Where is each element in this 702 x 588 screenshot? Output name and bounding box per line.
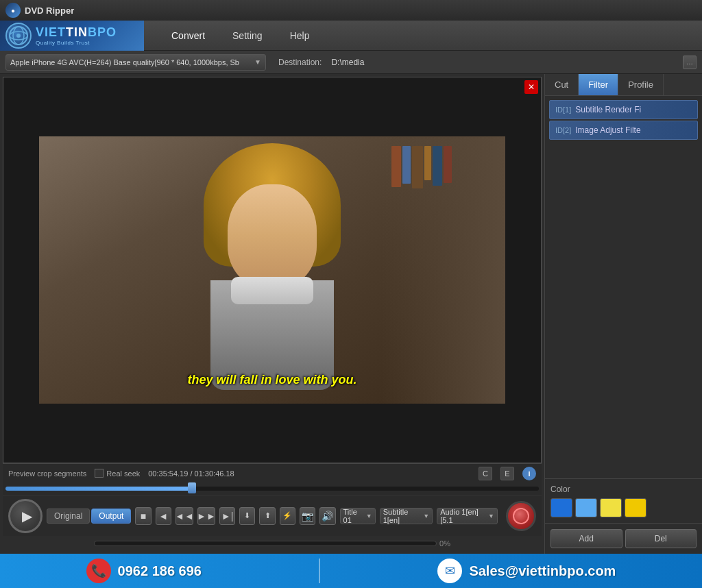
audio-dropdown[interactable]: Audio 1[en] [5.1 ▼ [437, 508, 498, 524]
title-bar-app-name: DVD Ripper [25, 5, 74, 16]
del-button[interactable]: Del [625, 529, 697, 548]
next-frame-button[interactable]: ►| [219, 507, 235, 525]
title-dropdown-arrow: ▼ [366, 513, 372, 519]
tab-filter[interactable]: Filter [579, 74, 618, 95]
original-view-button[interactable]: Original [47, 509, 90, 524]
video-scene: they will fall in love with you. [39, 136, 505, 404]
volume-button[interactable]: 🔊 [319, 507, 335, 525]
subtitle-bar: they will fall in love with you. [39, 370, 505, 390]
progress-track[interactable] [5, 487, 539, 491]
brand-tagline: Quality Builds Trust [36, 40, 117, 46]
progress-thumb[interactable] [188, 482, 196, 493]
settings-bar: Apple iPhone 4G AVC(H=264) Base quality[… [0, 51, 702, 74]
color-swatches [550, 498, 697, 517]
profile-dropdown-arrow: ▼ [254, 58, 261, 66]
conversion-progress-area: 0% [3, 536, 542, 551]
screenshot-button[interactable]: 📷 [300, 507, 315, 525]
fast-forward-button[interactable]: ►► [197, 507, 215, 525]
brand-name: VIETTINBPO [36, 25, 117, 40]
tab-profile[interactable]: Profile [618, 74, 664, 95]
video-thumbnail: they will fall in love with you. [39, 136, 505, 404]
real-seek-checkbox[interactable]: Real seek [95, 469, 140, 478]
email-contact: ✉ Sales@viettinbpo.com [437, 559, 616, 583]
subtitle-dropdown-arrow: ▼ [423, 513, 429, 519]
phone-number[interactable]: 0962 186 696 [118, 563, 202, 579]
timecode-display: 00:35:54.19 / 01:30:46.18 [148, 469, 234, 478]
play-icon: ▶ [22, 508, 32, 524]
output-view-button[interactable]: Output [91, 509, 131, 524]
destination-browse-button[interactable]: … [683, 56, 697, 69]
brand-name-area: VIETTINBPO Quality Builds Trust [36, 25, 117, 46]
mark-out-button[interactable]: ⬆ [259, 507, 275, 525]
menu-item-help[interactable]: Help [276, 21, 324, 50]
stop-button[interactable]: ■ [135, 507, 151, 525]
audio-value: Audio 1[en] [5.1 [440, 508, 486, 524]
right-tabs: Cut Filter Profile [545, 74, 702, 96]
info-button[interactable]: i [522, 467, 536, 480]
phone-icon: 📞 [86, 559, 111, 583]
brand-icon [5, 23, 32, 49]
mark-in-button[interactable]: ⬇ [239, 507, 255, 525]
right-buttons: Add Del [545, 523, 702, 554]
video-area-wrapper: ✕ [3, 77, 542, 551]
menu-item-setting[interactable]: Setting [219, 21, 276, 50]
title-value: Title 01 [343, 508, 364, 524]
menu-bar: VIETTINBPO Quality Builds Trust Convert … [0, 21, 702, 51]
video-close-button[interactable]: ✕ [524, 80, 538, 94]
filter-item-2-name: Image Adjust Filte [575, 125, 640, 135]
preview-crop-label: Preview crop segments [8, 469, 86, 478]
filter-item-1-name: Subtitle Render Fi [575, 105, 641, 114]
left-panel: ✕ [0, 74, 544, 554]
conversion-progress-bar [94, 541, 437, 546]
audio-dropdown-arrow: ▼ [488, 513, 494, 519]
color-swatch-2[interactable] [575, 498, 597, 517]
conversion-progress-label: 0% [439, 539, 450, 548]
title-logo-icon: ● [5, 3, 21, 18]
real-seek-label: Real seek [106, 469, 140, 478]
filter-item-2-id: ID[2] [555, 126, 571, 134]
play-button[interactable]: ▶ [8, 499, 43, 533]
filter-item-1[interactable]: ID[1] Subtitle Render Fi [549, 100, 698, 119]
controls-bar: ▶ Original Output ■ ◄ ◄◄ ►► ►| ⬇ ⬆ ⚡ 📷 🔊… [3, 495, 542, 536]
title-bar: ● DVD Ripper [0, 0, 702, 21]
capture-button[interactable]: ⚡ [280, 507, 295, 525]
email-address[interactable]: Sales@viettinbpo.com [469, 563, 616, 579]
scrubber-area[interactable] [3, 482, 542, 495]
settings-wheel-button[interactable] [506, 501, 536, 531]
filter-list: ID[1] Subtitle Render Fi ID[2] Image Adj… [545, 96, 702, 478]
wheel-inner [513, 508, 529, 524]
subtitle-dropdown[interactable]: Subtitle 1[en] ▼ [380, 508, 433, 524]
color-swatch-4[interactable] [625, 498, 646, 517]
destination-value: D:\media [331, 58, 675, 67]
menu-items: Convert Setting Help [158, 21, 323, 50]
tab-cut[interactable]: Cut [545, 74, 579, 95]
title-dropdown[interactable]: Title 01 ▼ [340, 508, 376, 524]
subtitle-text: they will fall in love with you. [187, 373, 356, 387]
subtitle-value: Subtitle 1[en] [383, 508, 422, 524]
contact-bar: 📞 0962 186 696 ✉ Sales@viettinbpo.com [0, 554, 702, 588]
video-container: ✕ [3, 77, 542, 463]
progress-fill [5, 487, 192, 491]
filter-item-2[interactable]: ID[2] Image Adjust Filte [549, 121, 698, 140]
menu-item-convert[interactable]: Convert [158, 21, 219, 50]
real-seek-check-box[interactable] [95, 469, 104, 478]
color-swatch-3[interactable] [600, 498, 622, 517]
color-section: Color [545, 478, 702, 523]
phone-contact: 📞 0962 186 696 [86, 559, 202, 583]
prev-frame-button[interactable]: ◄ [156, 507, 171, 525]
logo-area: VIETTINBPO Quality Builds Trust [0, 21, 144, 51]
e-button[interactable]: E [500, 467, 514, 480]
color-label: Color [550, 485, 697, 494]
video-frame: they will fall in love with you. [3, 77, 541, 463]
right-panel: Cut Filter Profile ID[1] Subtitle Render… [544, 74, 702, 554]
rewind-button[interactable]: ◄◄ [176, 507, 193, 525]
main-content: ✕ [0, 74, 702, 554]
view-toggle: Original Output [47, 509, 131, 524]
add-button[interactable]: Add [550, 529, 622, 548]
filter-item-1-id: ID[1] [555, 106, 571, 114]
video-info-bar: Preview crop segments Real seek 00:35:54… [3, 463, 542, 482]
color-swatch-1[interactable] [550, 498, 572, 517]
destination-label: Destination: [278, 58, 322, 67]
c-button[interactable]: C [479, 467, 492, 480]
profile-select[interactable]: Apple iPhone 4G AVC(H=264) Base quality[… [5, 54, 266, 71]
